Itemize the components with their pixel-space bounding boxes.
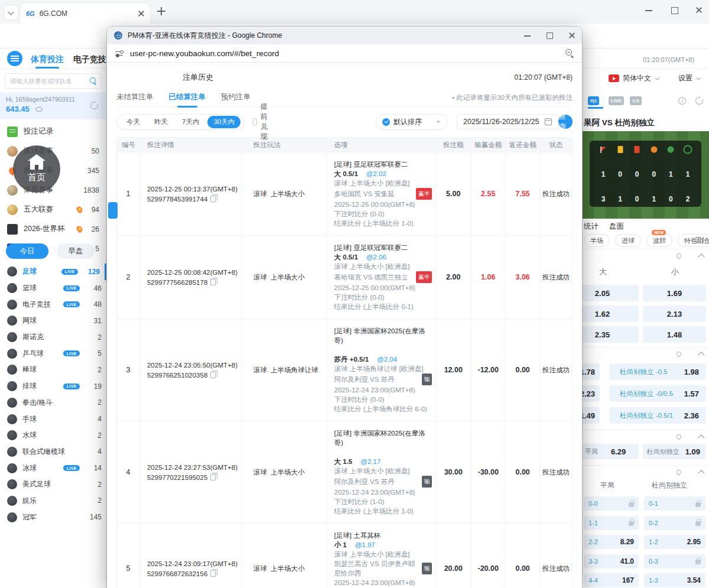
correct-score-button[interactable]: 2-28.29: [584, 535, 639, 549]
sidebar-sport-item[interactable]: 冰球 LIVE 14: [0, 460, 106, 476]
scoreboard-tab-icon[interactable]: 1:0: [630, 96, 642, 105]
date-range-tab[interactable]: 昨天: [148, 116, 174, 128]
sidebar-sport-item[interactable]: 联合式橄榄球 LIVE 4: [0, 444, 106, 460]
copy-icon[interactable]: [210, 279, 216, 285]
market-filter-pill[interactable]: 波胆 NEW: [646, 234, 672, 247]
away-handicap-odds-button[interactable]: 杜尚别独立 -0.5/12.36: [609, 407, 706, 424]
sidebar-item-bet-records[interactable]: 投注记录: [0, 122, 106, 141]
zoom-out-icon[interactable]: [565, 49, 574, 57]
sidebar-sport-item[interactable]: 排球 LIVE 19: [0, 378, 106, 395]
sidebar-sport-item[interactable]: 电子竞技 LIVE 48: [0, 296, 106, 313]
date-range-tab[interactable]: 7天内: [176, 116, 205, 128]
table-row[interactable]: 2 2025-12-25 00:08:42(GMT+8) 52997775662…: [117, 235, 572, 319]
cashout-checkbox[interactable]: [253, 118, 256, 125]
correct-score-button[interactable]: 1-22.95: [644, 535, 705, 549]
live-tab-icon[interactable]: LIVE: [609, 96, 624, 105]
floating-side-widget[interactable]: [108, 202, 118, 219]
search-box[interactable]: [5, 73, 102, 89]
tab-early-market[interactable]: 早盘: [57, 243, 95, 259]
sidebar-sport-item[interactable]: 娱乐 LIVE 2: [0, 493, 106, 509]
sidebar-sport-item[interactable]: 棒球 LIVE 2: [0, 362, 106, 378]
sidebar-sport-item[interactable]: 美式足球 LIVE 2: [0, 476, 106, 493]
pin-icon[interactable]: [675, 252, 682, 259]
query-button[interactable]: 查询: [558, 115, 573, 129]
nav-tab-esports[interactable]: 电子竞技: [73, 54, 106, 65]
tab-today[interactable]: 今日: [6, 243, 48, 259]
tab-markets[interactable]: 盘面: [609, 222, 624, 232]
pin-icon[interactable]: [675, 433, 682, 440]
tab-list-button[interactable]: [4, 5, 19, 20]
correct-score-button[interactable]: 0-3: [644, 554, 705, 568]
popup-minimize-button[interactable]: [524, 32, 531, 39]
away-handicap-odds-button[interactable]: 杜尚别独立 -0.51.98: [609, 363, 706, 380]
market-filter-pill[interactable]: 特色组合: [678, 234, 709, 247]
sidebar-sport-item[interactable]: 乒乓球 LIVE 5: [0, 345, 106, 362]
popup-close-button[interactable]: [569, 33, 575, 38]
sidebar-sport-item[interactable]: 手球 LIVE 4: [0, 411, 106, 427]
popup-title-bar[interactable]: PM体育-亚洲在线体育竞猜投注 - Google Chrome: [107, 27, 582, 44]
copy-icon[interactable]: [210, 372, 216, 378]
correct-score-button[interactable]: 0-1: [644, 496, 705, 511]
table-row[interactable]: 5 2025-12-24 23:09:17(GMT+8) 52997668726…: [117, 523, 572, 588]
sort-icon[interactable]: [695, 236, 704, 244]
sidebar-sport-item[interactable]: 篮球 LIVE 46: [0, 280, 106, 297]
eye-icon[interactable]: [35, 107, 43, 112]
tab-close-icon[interactable]: [138, 11, 144, 17]
pin-icon[interactable]: [675, 469, 682, 475]
correct-score-button[interactable]: 0-2: [644, 516, 705, 530]
tab-statistics[interactable]: 统计: [584, 222, 599, 232]
sidebar-sport-item[interactable]: 斯诺克 LIVE 2: [0, 329, 106, 346]
odds-tab-icon[interactable]: 0|1: [588, 96, 599, 105]
table-row[interactable]: 1 2025-12-25 00:13:37(GMT+8) 52997784539…: [117, 152, 572, 235]
collapse-icon[interactable]: [698, 434, 704, 441]
collapse-icon[interactable]: [698, 470, 704, 476]
copy-icon[interactable]: [210, 570, 216, 577]
search-icon[interactable]: [90, 77, 96, 85]
sidebar-menu-item[interactable]: 五大联赛 94: [0, 200, 106, 219]
sidebar-sport-item[interactable]: 拳击/格斗 LIVE 2: [0, 395, 106, 411]
pin-icon[interactable]: [675, 350, 682, 357]
collapse-icon[interactable]: [698, 254, 704, 260]
table-row[interactable]: 3 2025-12-24 23:05:50(GMT+8) 52997662510…: [117, 319, 572, 421]
window-maximize-button[interactable]: [671, 6, 679, 14]
browser-tab[interactable]: 6G 6G.COM: [20, 3, 150, 24]
refresh-balance-icon[interactable]: [90, 102, 98, 109]
correct-score-button[interactable]: 4-4167: [584, 573, 639, 587]
sidebar-sport-item[interactable]: 冠军 LIVE 145: [0, 509, 106, 525]
sidebar-sport-item[interactable]: 网球 LIVE 31: [0, 313, 106, 329]
new-tab-button[interactable]: [157, 7, 165, 15]
popup-maximize-button[interactable]: [546, 32, 553, 39]
home-floating-button[interactable]: 首页: [13, 145, 60, 193]
copy-icon[interactable]: [210, 196, 216, 202]
under-odds-button[interactable]: 2.13: [643, 306, 706, 322]
sort-select[interactable]: 默认排序: [376, 114, 447, 129]
bet-status-tab[interactable]: 已结算注单: [169, 92, 206, 102]
bet-status-tab[interactable]: 未结算注单: [116, 92, 154, 102]
date-range-tab[interactable]: 今天: [121, 116, 146, 128]
away-handicap-odds-button[interactable]: 杜尚别独立 -0/0.51.57: [609, 385, 706, 402]
popup-address-bar[interactable]: user-pc-new.youbaokun.com/#/bet_record: [107, 44, 582, 63]
date-range-picker[interactable]: 2025/11/26-2025/12/25: [457, 114, 558, 129]
market-filter-pill[interactable]: 半场: [584, 234, 610, 247]
sidebar-sport-item[interactable]: 足球 LIVE 129: [0, 264, 106, 280]
window-minimize-button[interactable]: [645, 6, 653, 14]
correct-score-button[interactable]: 1-1: [584, 516, 639, 530]
sidebar-sport-item[interactable]: 水球 LIVE 2: [0, 427, 106, 444]
copy-icon[interactable]: [210, 474, 216, 480]
bet-status-tab[interactable]: 预约注单: [221, 92, 251, 102]
site-logo-icon[interactable]: [7, 51, 22, 66]
away-win-odds-button[interactable]: 杜尚别独立 1.09: [643, 444, 706, 459]
market-filter-pill[interactable]: 进球: [615, 234, 641, 247]
site-info-icon[interactable]: [115, 50, 123, 57]
sidebar-menu-item[interactable]: 2026-世界杯 26: [0, 219, 106, 239]
search-input[interactable]: [10, 77, 90, 85]
correct-score-button[interactable]: 1-33.54: [644, 573, 705, 587]
under-odds-button[interactable]: 1.48: [643, 326, 706, 343]
under-odds-button[interactable]: 1.69: [643, 285, 706, 301]
date-range-tab[interactable]: 30天内: [207, 116, 240, 128]
window-close-button[interactable]: [696, 7, 704, 15]
table-row[interactable]: 4 2025-12-24 23:27:53(GMT+8) 52997702215…: [117, 421, 572, 523]
refresh-icon[interactable]: [695, 97, 703, 105]
info-icon[interactable]: i: [678, 97, 686, 105]
correct-score-button[interactable]: 0-0: [584, 496, 639, 511]
